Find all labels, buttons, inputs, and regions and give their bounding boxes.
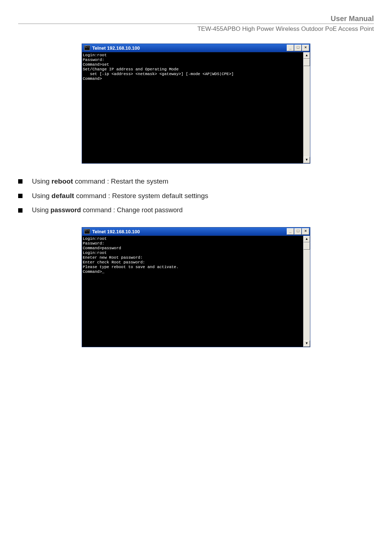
subtitle: TEW-455APBO High Power Wireless Outdoor … [18, 25, 374, 33]
maximize-button[interactable]: □ [294, 228, 302, 235]
text: Using [32, 192, 52, 200]
scroll-thumb[interactable] [303, 59, 310, 66]
text: command : Restore system default setting… [74, 192, 208, 200]
close-button[interactable]: × [302, 45, 309, 51]
minimize-button[interactable]: _ [287, 228, 294, 235]
terminal-window-password: Telnet 192.168.10.100 _ □ × Login:root P… [82, 227, 310, 347]
window-controls: _ □ × [287, 45, 309, 51]
maximize-button[interactable]: □ [294, 45, 302, 51]
close-button[interactable]: × [302, 228, 309, 235]
bullet-icon [18, 208, 23, 213]
scrollbar[interactable]: ▲ ▼ [303, 236, 310, 347]
terminal-output[interactable]: Login:root Password: Command>set Set/Cha… [82, 52, 303, 163]
scroll-up-icon[interactable]: ▲ [303, 52, 310, 59]
scroll-thumb[interactable] [303, 242, 310, 250]
titlebar[interactable]: Telnet 192.168.10.100 _ □ × [82, 44, 310, 52]
bullet-default: Using default command : Restore system d… [18, 192, 374, 200]
bullet-reboot: Using reboot command : Restart the syste… [18, 177, 374, 185]
text: Using [32, 177, 52, 185]
command-name: reboot [52, 177, 73, 185]
window-title: Telnet 192.168.10.100 [92, 45, 287, 51]
command-prompt-icon [84, 45, 90, 50]
window-title: Telnet 192.168.10.100 [92, 229, 287, 234]
minimize-button[interactable]: _ [287, 45, 294, 51]
titlebar[interactable]: Telnet 192.168.10.100 _ □ × [82, 227, 310, 236]
command-name: password [50, 206, 81, 214]
scrollbar[interactable]: ▲ ▼ [303, 52, 310, 163]
scroll-down-icon[interactable]: ▼ [303, 340, 310, 347]
header-title: User Manual [331, 15, 374, 23]
window-controls: _ □ × [287, 228, 309, 235]
text: Using [32, 206, 50, 214]
terminal-window-set: Telnet 192.168.10.100 _ □ × Login:root P… [82, 44, 310, 164]
bullet-icon [18, 179, 23, 184]
command-prompt-icon [84, 229, 90, 234]
scroll-down-icon[interactable]: ▼ [303, 157, 310, 163]
terminal-output[interactable]: Login:root Password: Command>password Lo… [82, 236, 303, 347]
bullet-password: Using password command : Change root pas… [18, 206, 374, 214]
scroll-up-icon[interactable]: ▲ [303, 236, 310, 242]
bullet-icon [18, 194, 23, 198]
text: command : Restart the system [73, 177, 168, 185]
command-name: default [52, 192, 74, 200]
text: command : Change root password [81, 206, 183, 214]
header-row: User Manual [18, 15, 374, 24]
